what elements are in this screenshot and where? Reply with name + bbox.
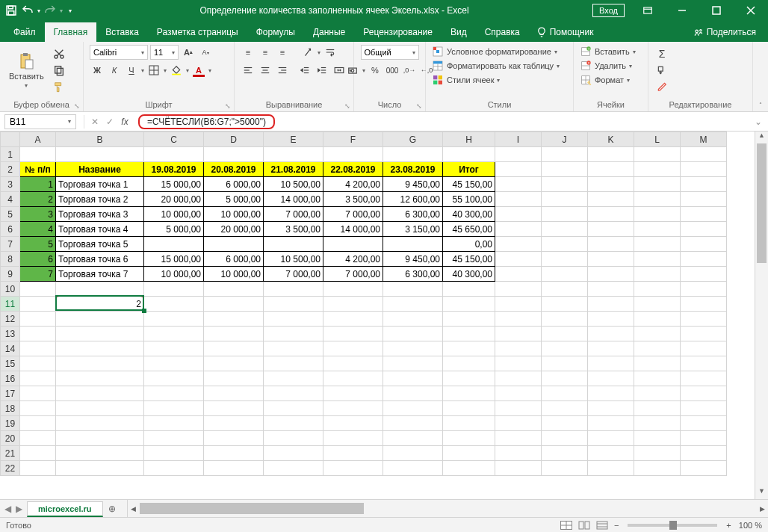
align-center-icon[interactable] [258, 63, 273, 78]
col-header[interactable]: J [542, 132, 588, 147]
bold-button[interactable]: Ж [90, 63, 105, 78]
clipboard-expand[interactable]: ⤡ [74, 102, 80, 110]
cell[interactable]: 45 650,00 [443, 222, 495, 237]
cell[interactable]: 45 150,00 [443, 177, 495, 192]
row-header[interactable]: 6 [1, 222, 20, 237]
tab-view[interactable]: Вид [442, 22, 476, 42]
row-header[interactable]: 3 [1, 177, 20, 192]
cell-styles-button[interactable]: Стили ячеек▾ [432, 73, 500, 87]
font-color-icon[interactable]: A [191, 63, 206, 78]
tab-review[interactable]: Рецензирование [354, 22, 442, 42]
tab-share[interactable]: Поделиться [686, 22, 764, 42]
row-header[interactable]: 13 [1, 327, 20, 341]
collapse-ribbon-icon[interactable]: ˄ [759, 102, 762, 108]
col-header[interactable]: H [443, 132, 495, 147]
cell[interactable]: Торговая точка 2 [56, 192, 144, 207]
cell[interactable]: 1 [20, 177, 56, 192]
cell[interactable]: 15 000,00 [144, 252, 204, 267]
col-header[interactable]: C [144, 132, 204, 147]
cancel-formula-icon[interactable]: ✕ [87, 114, 102, 129]
row-header[interactable]: 8 [1, 252, 20, 267]
col-header[interactable]: M [681, 132, 727, 147]
borders-icon[interactable] [146, 63, 161, 78]
add-sheet-icon[interactable]: ⊕ [103, 500, 121, 517]
maximize-icon[interactable] [699, 0, 734, 21]
italic-button[interactable]: К [107, 63, 122, 78]
cell[interactable]: Название [56, 162, 144, 177]
cell[interactable]: 2 [20, 192, 56, 207]
cell[interactable]: 6 300,00 [383, 207, 443, 222]
cut-icon[interactable] [52, 46, 66, 61]
page-break-view-icon[interactable] [594, 519, 610, 531]
cell[interactable]: 7 000,00 [323, 267, 383, 282]
percent-icon[interactable]: % [368, 63, 383, 78]
row-header[interactable]: 21 [1, 446, 20, 461]
cell[interactable]: № п/п [20, 162, 56, 177]
cell[interactable]: 10 000,00 [204, 267, 264, 282]
cell[interactable]: 7 000,00 [323, 207, 383, 222]
cell[interactable]: Торговая точка 4 [56, 222, 144, 237]
tab-insert[interactable]: Вставка [96, 22, 148, 42]
number-expand[interactable]: ⤡ [416, 102, 422, 110]
hscroll-thumb[interactable] [140, 503, 364, 514]
sheet-nav-prev-icon[interactable]: ◀ [4, 504, 11, 514]
cell[interactable]: 55 100,00 [443, 192, 495, 207]
cell[interactable]: 21.08.2019 [264, 162, 323, 177]
fx-icon[interactable]: fx [117, 114, 132, 129]
cell[interactable]: 15 000,00 [144, 177, 204, 192]
cell[interactable]: 6 [20, 252, 56, 267]
row-header[interactable]: 7 [1, 237, 20, 252]
qat-customize[interactable]: ▾ [69, 7, 72, 14]
cell[interactable]: 10 500,00 [264, 252, 323, 267]
cell[interactable]: 7 000,00 [264, 207, 323, 222]
align-middle-icon[interactable]: ≡ [258, 45, 273, 60]
signin-button[interactable]: Вход [592, 4, 625, 17]
cell[interactable]: 3 150,00 [383, 222, 443, 237]
cell[interactable]: 10 000,00 [144, 267, 204, 282]
col-header[interactable]: D [204, 132, 264, 147]
cell[interactable]: 22.08.2019 [323, 162, 383, 177]
row-header[interactable]: 9 [1, 267, 20, 282]
col-header[interactable]: E [264, 132, 323, 147]
tab-layout[interactable]: Разметка страницы [148, 22, 247, 42]
insert-cells-button[interactable]: +Вставить▾ [580, 45, 636, 58]
col-header[interactable]: I [495, 132, 542, 147]
align-left-icon[interactable] [241, 63, 256, 78]
row-header[interactable]: 16 [1, 371, 20, 386]
row-header[interactable]: 2 [1, 162, 20, 177]
zoom-in-button[interactable]: + [723, 521, 734, 530]
col-header[interactable]: F [323, 132, 383, 147]
tab-data[interactable]: Данные [304, 22, 354, 42]
cell[interactable]: 20.08.2019 [204, 162, 264, 177]
cell[interactable] [144, 237, 204, 252]
row-header[interactable]: 20 [1, 431, 20, 446]
row-header[interactable]: 19 [1, 416, 20, 431]
cell[interactable]: 5 000,00 [144, 222, 204, 237]
paste-button[interactable]: Вставить ▾ [6, 51, 47, 90]
increase-indent-icon[interactable] [315, 63, 329, 78]
cell[interactable]: 6 000,00 [204, 252, 264, 267]
row-header[interactable]: 4 [1, 192, 20, 207]
normal-view-icon[interactable] [558, 519, 575, 531]
expand-formula-icon[interactable]: ⌄ [752, 117, 765, 127]
cell[interactable]: 40 300,00 [443, 207, 495, 222]
zoom-out-button[interactable]: − [611, 521, 622, 530]
increase-font-icon[interactable]: A▴ [181, 45, 196, 60]
font-name-select[interactable]: Calibri▾ [90, 45, 148, 60]
copy-icon[interactable] [52, 63, 66, 78]
clear-icon[interactable] [654, 79, 669, 94]
wrap-text-icon[interactable] [323, 45, 338, 60]
cell-result[interactable]: 2 [56, 297, 144, 312]
delete-cells-button[interactable]: ×Удалить▾ [580, 59, 632, 72]
row-header[interactable]: 14 [1, 341, 20, 356]
col-header[interactable]: G [383, 132, 443, 147]
tab-file[interactable]: Файл [4, 22, 45, 42]
format-painter-icon[interactable] [52, 79, 66, 94]
cell[interactable]: 10 000,00 [144, 207, 204, 222]
conditional-formatting-button[interactable]: Условное форматирование▾ [432, 45, 557, 58]
cell[interactable]: 7 000,00 [264, 267, 323, 282]
cell[interactable]: 10 500,00 [264, 177, 323, 192]
col-header[interactable]: K [588, 132, 634, 147]
accept-formula-icon[interactable]: ✓ [102, 114, 117, 129]
cell[interactable]: 4 200,00 [323, 177, 383, 192]
